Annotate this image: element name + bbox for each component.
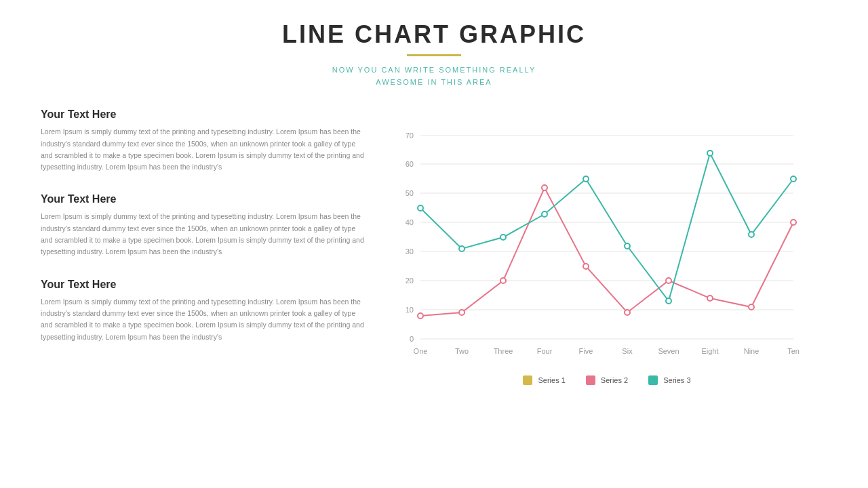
text-block-3: Your Text Here Lorem Ipsum is simply dum… xyxy=(41,279,366,343)
legend-item-series3: Series 3 xyxy=(648,375,690,385)
page-title: LINE CHART GRAPHIC xyxy=(282,20,586,49)
text-block-1: Your Text Here Lorem Ipsum is simply dum… xyxy=(41,108,366,173)
svg-point-42 xyxy=(666,298,671,304)
text-block-1-heading: Your Text Here xyxy=(41,108,366,121)
legend-label-series3: Series 3 xyxy=(663,376,690,384)
svg-point-36 xyxy=(418,205,423,211)
legend-label-series1: Series 1 xyxy=(538,376,565,384)
legend-color-series2 xyxy=(586,375,595,385)
svg-text:30: 30 xyxy=(406,247,414,256)
svg-text:Three: Three xyxy=(494,347,513,355)
svg-point-32 xyxy=(666,278,671,283)
svg-text:50: 50 xyxy=(406,189,414,197)
svg-point-27 xyxy=(459,310,465,315)
svg-text:Five: Five xyxy=(579,347,593,355)
subtitle-line1: NOW YOU CAN WRITE SOMETHING REALLY xyxy=(332,66,536,74)
svg-text:Four: Four xyxy=(537,347,553,355)
svg-text:Six: Six xyxy=(622,347,633,355)
svg-text:60: 60 xyxy=(406,160,414,168)
title-underline xyxy=(407,54,461,56)
svg-text:20: 20 xyxy=(406,277,414,285)
line-chart: 0 10 20 30 40 50 60 70 One Two Three Fou… xyxy=(387,108,807,366)
legend-color-series3 xyxy=(648,375,658,385)
svg-point-43 xyxy=(707,150,713,156)
text-block-2-heading: Your Text Here xyxy=(41,193,366,205)
left-panel: Your Text Here Lorem Ipsum is simply dum… xyxy=(41,108,366,385)
subtitle: NOW YOU CAN WRITE SOMETHING REALLY AWESO… xyxy=(282,64,586,88)
svg-text:Seven: Seven xyxy=(658,347,679,355)
text-block-3-heading: Your Text Here xyxy=(41,279,366,291)
svg-point-38 xyxy=(500,235,506,240)
svg-text:40: 40 xyxy=(406,218,414,226)
svg-point-39 xyxy=(542,211,547,217)
svg-point-30 xyxy=(583,264,589,269)
title-section: LINE CHART GRAPHIC NOW YOU CAN WRITE SOM… xyxy=(282,20,586,88)
svg-point-28 xyxy=(500,278,506,283)
svg-text:Two: Two xyxy=(455,347,469,355)
legend-item-series1: Series 1 xyxy=(523,375,565,385)
chart-legend: Series 1 Series 2 Series 3 xyxy=(523,375,690,385)
svg-point-45 xyxy=(791,176,796,182)
legend-label-series2: Series 2 xyxy=(601,376,628,384)
legend-color-series1 xyxy=(523,375,532,385)
content-area: Your Text Here Lorem Ipsum is simply dum… xyxy=(41,108,827,385)
text-block-2: Your Text Here Lorem Ipsum is simply dum… xyxy=(41,193,366,258)
svg-point-33 xyxy=(707,296,713,301)
text-block-3-body: Lorem Ipsum is simply dummy text of the … xyxy=(41,296,366,343)
svg-point-44 xyxy=(749,232,754,237)
text-block-1-body: Lorem Ipsum is simply dummy text of the … xyxy=(41,126,366,173)
legend-item-series2: Series 2 xyxy=(586,375,628,385)
svg-point-35 xyxy=(791,220,796,225)
text-block-2-body: Lorem Ipsum is simply dummy text of the … xyxy=(41,211,366,258)
svg-point-26 xyxy=(418,313,423,319)
svg-text:Nine: Nine xyxy=(744,347,760,355)
chart-container: 0 10 20 30 40 50 60 70 One Two Three Fou… xyxy=(387,108,827,369)
svg-point-34 xyxy=(749,304,754,310)
svg-point-37 xyxy=(459,246,465,251)
svg-text:One: One xyxy=(414,347,428,355)
svg-point-31 xyxy=(625,310,630,315)
svg-text:10: 10 xyxy=(406,306,414,314)
svg-text:70: 70 xyxy=(406,131,414,140)
svg-point-41 xyxy=(625,243,630,249)
page: LINE CHART GRAPHIC NOW YOU CAN WRITE SOM… xyxy=(0,0,868,488)
right-panel: 0 10 20 30 40 50 60 70 One Two Three Fou… xyxy=(387,108,827,385)
svg-point-40 xyxy=(583,176,589,182)
subtitle-line2: AWESOME IN THIS AREA xyxy=(376,78,492,86)
svg-text:Eight: Eight xyxy=(701,347,718,355)
svg-text:0: 0 xyxy=(410,335,414,343)
svg-point-29 xyxy=(542,185,547,190)
svg-text:Ten: Ten xyxy=(787,347,800,355)
